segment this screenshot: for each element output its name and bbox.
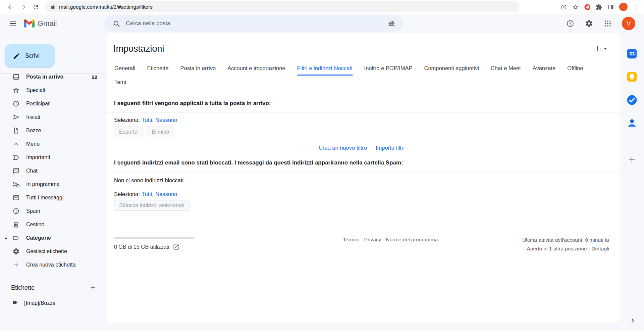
side-panel-icon[interactable] bbox=[607, 4, 614, 10]
storage-meter bbox=[114, 237, 194, 239]
tab-etichette[interactable]: Etichette bbox=[147, 62, 169, 76]
delete-button[interactable]: Elimina bbox=[147, 127, 174, 137]
tab-temi[interactable]: Temi bbox=[114, 76, 126, 89]
sidebar-item-cestino[interactable]: Cestino bbox=[0, 218, 101, 231]
sidebar-item-chat[interactable]: Chat bbox=[0, 164, 101, 178]
search-options-tune-icon[interactable] bbox=[384, 16, 399, 31]
gmail-settings-page: mail.google.com/mail/u/2/#settings/filte… bbox=[0, 0, 644, 331]
browser-back-icon[interactable] bbox=[5, 1, 16, 13]
sidebar-item-label: Categorie bbox=[26, 235, 51, 241]
tab-chat-e-meet[interactable]: Chat e Meet bbox=[490, 62, 521, 76]
adblock-extension-icon[interactable] bbox=[584, 4, 591, 10]
folder-list: Posta in arrivo22SpecialiPosticipatiInvi… bbox=[0, 73, 107, 272]
sidebar-item-speciali[interactable]: Speciali bbox=[0, 84, 101, 97]
tab-componenti-aggiuntivi[interactable]: Componenti aggiuntivi bbox=[424, 62, 479, 76]
sidebar-item-inviati[interactable]: Inviati bbox=[0, 110, 101, 124]
legal-links[interactable]: Termini · Privacy · Norme del programma bbox=[258, 236, 522, 243]
keep-button[interactable] bbox=[626, 71, 638, 83]
contacts-icon bbox=[626, 117, 638, 129]
label-filled-icon bbox=[11, 299, 19, 308]
select-none-link[interactable]: Nessuno bbox=[155, 191, 177, 197]
clock-icon bbox=[12, 100, 20, 108]
app-body: Scrivi Posta in arrivo22SpecialiPosticip… bbox=[0, 33, 644, 331]
companion-apps: 31 bbox=[626, 48, 638, 140]
share-icon[interactable] bbox=[560, 4, 567, 10]
expand-arrow-icon[interactable]: ▸ bbox=[5, 236, 12, 240]
account-avatar[interactable]: V bbox=[622, 17, 635, 30]
gear-icon bbox=[12, 247, 20, 255]
storage-text: 0 GB di 15 GB utilizzati bbox=[114, 244, 169, 250]
chevron-down-icon bbox=[604, 48, 607, 50]
separator: , bbox=[152, 191, 154, 197]
labels-list: [Imap]/Bozze bbox=[0, 296, 107, 310]
tab-generali[interactable]: Generali bbox=[114, 62, 136, 76]
tab-inoltro-e-pop-imap[interactable]: Inoltro e POP/IMAP bbox=[364, 62, 413, 76]
sidebar-item-label: Crea nuova etichetta bbox=[26, 262, 76, 268]
sidebar-item-spam[interactable]: Spam bbox=[0, 204, 101, 218]
import-filters-link[interactable]: Importa filtri bbox=[376, 145, 405, 151]
open-locations-text[interactable]: Aperto in 1 altra posizione · Dettagli bbox=[522, 244, 609, 253]
label-important-icon bbox=[12, 153, 20, 161]
browser-forward-icon[interactable] bbox=[17, 1, 29, 13]
no-blocked-text: Non ci sono indirizzi bloccati. bbox=[114, 177, 609, 184]
tasks-button[interactable] bbox=[626, 94, 638, 106]
main-menu-hamburger-icon[interactable] bbox=[5, 16, 20, 31]
sidebar-item-categorie[interactable]: ▸Categorie bbox=[0, 231, 101, 245]
chat-icon bbox=[12, 167, 20, 175]
sidebar-item-posticipati[interactable]: Posticipati bbox=[0, 97, 101, 110]
export-button[interactable]: Esporta bbox=[114, 127, 143, 137]
google-apps-grid-icon[interactable] bbox=[600, 16, 615, 31]
input-tools-button[interactable]: It bbox=[597, 45, 607, 52]
svg-text:?: ? bbox=[569, 21, 572, 26]
contacts-button[interactable] bbox=[626, 117, 638, 129]
sidebar-item-label: Chat bbox=[26, 168, 38, 174]
address-bar[interactable]: mail.google.com/mail/u/2/#settings/filte… bbox=[45, 1, 519, 12]
divider bbox=[627, 147, 637, 147]
select-all-link[interactable]: Tutti bbox=[142, 191, 152, 197]
select-all-link[interactable]: Tutti bbox=[142, 117, 152, 123]
lock-icon bbox=[50, 4, 55, 9]
extensions-puzzle-icon[interactable] bbox=[596, 4, 602, 10]
search-input[interactable] bbox=[126, 20, 382, 27]
browser-reload-icon[interactable] bbox=[30, 1, 42, 13]
sidebar-item-label: Speciali bbox=[26, 87, 45, 93]
tab-posta-in-arrivo[interactable]: Posta in arrivo bbox=[180, 62, 216, 76]
calendar-button[interactable]: 31 bbox=[626, 48, 638, 60]
sidebar-item-meno[interactable]: Meno bbox=[0, 137, 101, 151]
input-tools-glyph: I bbox=[597, 45, 598, 52]
hide-panel-chevron-icon[interactable] bbox=[629, 317, 636, 325]
tab-filtri-e-indirizzi-bloccati[interactable]: Filtri e indirizzi bloccati bbox=[297, 62, 353, 76]
sidebar-item-crea-nuova-etichetta[interactable]: Crea nuova etichetta bbox=[0, 258, 101, 272]
create-label-plus-icon[interactable] bbox=[89, 283, 97, 292]
blocked-select-row: Seleziona: Tutti, Nessuno bbox=[114, 191, 609, 197]
sidebar-item-label: Posticipati bbox=[26, 101, 51, 107]
bookmark-star-icon[interactable] bbox=[572, 4, 579, 10]
compose-button[interactable]: Scrivi bbox=[5, 44, 55, 67]
sidebar-item-in-programma[interactable]: In programma bbox=[0, 178, 101, 191]
sidebar-item-tutti-i-messaggi[interactable]: Tutti i messaggi bbox=[0, 191, 101, 204]
tab-offline[interactable]: Offline bbox=[567, 62, 583, 76]
unblock-button[interactable]: Sblocca indirizzi selezionati bbox=[114, 200, 190, 211]
browser-profile-avatar[interactable] bbox=[619, 3, 628, 11]
gmail-logo[interactable]: Gmail bbox=[24, 19, 57, 28]
sidebar-item-posta-in-arrivo[interactable]: Posta in arrivo22 bbox=[0, 73, 101, 84]
draft-icon bbox=[12, 127, 20, 135]
create-filter-link[interactable]: Crea un nuovo filtro bbox=[319, 145, 367, 151]
sidebar-item-label: Tutti i messaggi bbox=[26, 195, 63, 201]
folders-sidebar: Scrivi Posta in arrivo22SpecialiPosticip… bbox=[0, 33, 107, 331]
help-icon[interactable]: ? bbox=[563, 16, 578, 31]
open-in-new-icon[interactable] bbox=[173, 244, 179, 250]
search-icon[interactable] bbox=[109, 16, 124, 31]
browser-menu-icon[interactable] bbox=[633, 4, 639, 10]
sidebar-item-gestisci-etichette[interactable]: Gestisci etichette bbox=[0, 245, 101, 258]
select-none-link[interactable]: Nessuno bbox=[155, 117, 177, 123]
tab-avanzate[interactable]: Avanzate bbox=[532, 62, 556, 76]
settings-gear-icon[interactable] bbox=[582, 16, 596, 31]
sidebar-item-bozze[interactable]: Bozze bbox=[0, 124, 101, 137]
label-item-imap-bozze[interactable]: [Imap]/Bozze bbox=[0, 296, 107, 310]
gmail-m-icon bbox=[24, 19, 35, 28]
sidebar-item-importanti[interactable]: Importanti bbox=[0, 151, 101, 164]
get-add-ons-plus-icon[interactable] bbox=[628, 155, 636, 166]
header-actions: ? V bbox=[563, 16, 635, 31]
tab-account-e-importazione[interactable]: Account e importazione bbox=[227, 62, 285, 76]
